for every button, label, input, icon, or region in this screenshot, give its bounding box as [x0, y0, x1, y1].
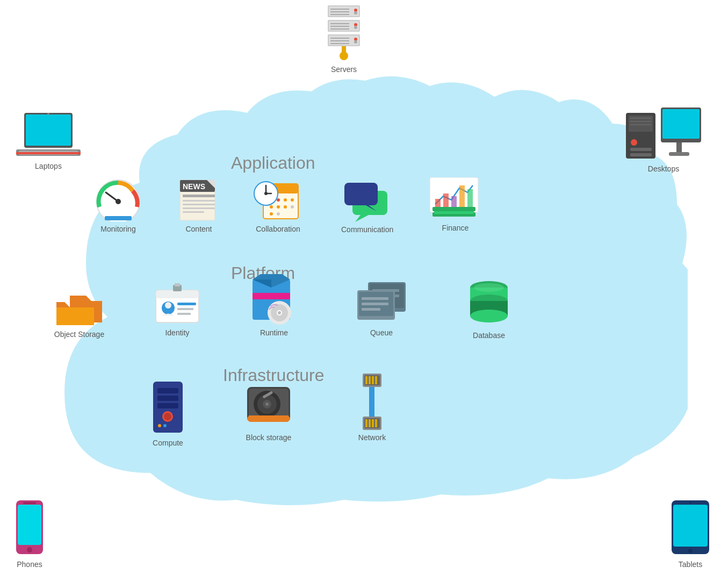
desktops-icon: [626, 107, 701, 161]
svg-rect-35: [630, 148, 652, 151]
svg-rect-39: [676, 142, 682, 153]
svg-point-122: [163, 424, 167, 427]
identity-icon: [153, 282, 201, 325]
svg-marker-72: [355, 215, 369, 222]
communication-label: Communication: [341, 225, 393, 234]
object-storage-icon: [54, 285, 105, 327]
database-label: Database: [473, 331, 505, 340]
compute-label: Compute: [153, 439, 183, 447]
object-storage-item: Object Storage: [54, 285, 105, 339]
desktops-item: Desktops: [626, 107, 701, 173]
svg-rect-24: [26, 114, 71, 146]
database-icon: [467, 279, 510, 328]
servers-icon: [322, 5, 365, 62]
svg-rect-136: [372, 376, 374, 384]
tablets-label: Tablets: [679, 560, 702, 569]
communication-icon: [342, 180, 393, 222]
svg-rect-92: [177, 313, 191, 315]
svg-point-22: [340, 52, 348, 60]
laptops-label: Laptops: [35, 162, 62, 170]
svg-rect-73: [344, 183, 378, 205]
svg-point-43: [116, 199, 121, 204]
phones-label: Phones: [17, 560, 42, 569]
queue-label: Queue: [370, 328, 393, 337]
svg-rect-131: [249, 415, 289, 419]
finance-icon: [430, 177, 481, 220]
runtime-item: Runtime: [250, 274, 298, 337]
phones-item: Phones: [13, 500, 46, 569]
monitoring-label: Monitoring: [100, 225, 135, 233]
svg-rect-143: [372, 419, 374, 427]
phones-icon: [13, 500, 46, 557]
tablets-icon: [669, 500, 712, 557]
queue-item: Queue: [355, 279, 408, 337]
queue-icon: [355, 279, 408, 325]
svg-rect-141: [365, 419, 367, 427]
network-icon: [355, 374, 390, 430]
identity-label: Identity: [165, 328, 189, 337]
runtime-icon: [250, 274, 298, 325]
svg-rect-40: [669, 152, 689, 156]
svg-point-13: [354, 26, 357, 29]
compute-item: Compute: [148, 382, 188, 447]
application-label: Application: [231, 153, 315, 173]
network-item: Network: [355, 374, 390, 442]
content-label: Content: [185, 225, 212, 233]
svg-rect-108: [362, 308, 380, 311]
svg-point-6: [354, 11, 357, 15]
svg-rect-107: [362, 303, 388, 305]
svg-point-65: [277, 212, 280, 216]
collaboration-item: Collaboration: [253, 177, 304, 233]
svg-rect-146: [18, 505, 41, 545]
svg-point-62: [284, 205, 287, 209]
svg-point-128: [265, 403, 269, 406]
svg-point-89: [165, 302, 171, 308]
svg-point-60: [270, 205, 273, 209]
communication-item: Communication: [341, 180, 393, 234]
svg-rect-44: [105, 216, 132, 220]
svg-rect-138: [369, 387, 374, 417]
monitoring-item: Monitoring: [94, 177, 142, 233]
svg-rect-134: [365, 376, 367, 384]
finance-label: Finance: [442, 224, 469, 232]
svg-rect-137: [375, 376, 377, 384]
monitoring-icon: [94, 177, 142, 221]
compute-icon: [148, 382, 188, 435]
svg-point-120: [164, 413, 171, 420]
object-storage-label: Object Storage: [54, 330, 104, 339]
laptops-item: Laptops: [16, 113, 81, 170]
svg-rect-135: [369, 376, 371, 384]
network-label: Network: [358, 433, 386, 442]
servers-item: Servers: [322, 5, 365, 74]
svg-rect-94: [253, 293, 290, 299]
content-icon: NEWS: [177, 177, 220, 221]
svg-rect-90: [177, 303, 196, 305]
svg-point-58: [284, 198, 287, 202]
svg-rect-38: [662, 109, 700, 139]
svg-rect-150: [673, 505, 708, 547]
svg-point-70: [264, 192, 268, 195]
svg-point-20: [354, 40, 357, 44]
svg-rect-52: [183, 211, 204, 213]
collaboration-label: Collaboration: [256, 225, 300, 233]
tablets-item: Tablets: [669, 500, 712, 569]
block-storage-icon: [244, 382, 293, 430]
svg-rect-117: [157, 396, 178, 401]
svg-point-151: [688, 549, 693, 553]
svg-point-121: [158, 424, 161, 427]
collaboration-icon: [253, 177, 304, 221]
svg-rect-50: [183, 204, 215, 205]
svg-point-59: [291, 198, 294, 202]
laptops-icon: [16, 113, 81, 159]
svg-rect-116: [157, 388, 178, 393]
database-item: Database: [467, 279, 510, 340]
svg-point-57: [277, 198, 280, 202]
svg-rect-48: [183, 195, 215, 197]
svg-rect-148: [23, 502, 36, 504]
svg-rect-51: [183, 207, 215, 209]
desktops-label: Desktops: [648, 164, 679, 173]
svg-rect-144: [375, 419, 377, 427]
finance-item: Finance: [430, 177, 481, 232]
svg-rect-118: [157, 403, 178, 408]
content-item: NEWS Content: [177, 177, 220, 233]
